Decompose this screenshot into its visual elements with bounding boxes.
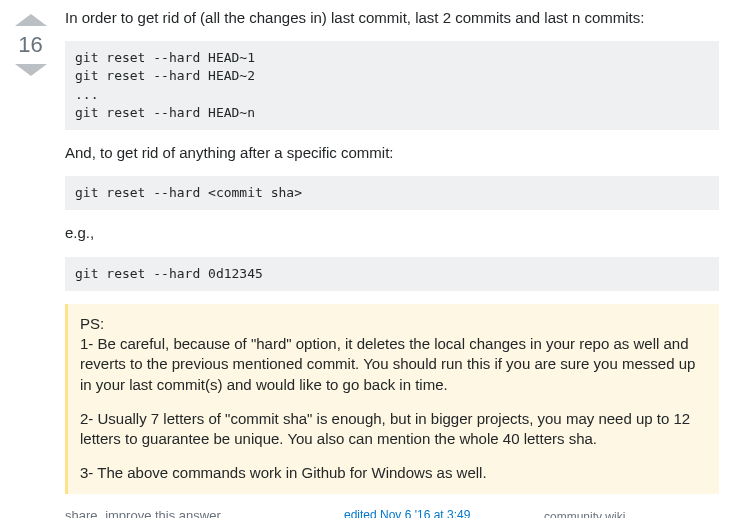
menu-left: share improve this answer <box>65 508 344 518</box>
code-block-2: git reset --hard <commit sha> <box>65 176 719 210</box>
vote-count: 16 <box>8 28 53 62</box>
code-block-3: git reset --hard 0d12345 <box>65 257 719 291</box>
note-3: 3- The above commands work in Github for… <box>80 463 707 483</box>
answer-post: 16 In order to get rid of (all the chang… <box>8 8 727 518</box>
post-text: In order to get rid of (all the changes … <box>65 8 719 494</box>
community-wiki-label: community wiki <box>544 510 625 518</box>
post-cell: In order to get rid of (all the changes … <box>53 8 727 518</box>
post-menu: share improve this answer edited Nov 6 '… <box>65 508 719 518</box>
note-1: 1- Be careful, because of "hard" option,… <box>80 335 695 393</box>
code-block-1: git reset --hard HEAD~1 git reset --hard… <box>65 41 719 130</box>
para-3: e.g., <box>65 223 719 243</box>
downvote-icon[interactable] <box>15 64 47 76</box>
share-link[interactable]: share <box>65 508 98 518</box>
note-block: PS: 1- Be careful, because of "hard" opt… <box>65 304 719 494</box>
improve-link[interactable]: improve this answer <box>105 508 221 518</box>
ps-label: PS: <box>80 315 104 332</box>
para-2: And, to get rid of anything after a spec… <box>65 143 719 163</box>
vote-cell: 16 <box>8 8 53 518</box>
note-2: 2- Usually 7 letters of "commit sha" is … <box>80 409 707 450</box>
intro-text: In order to get rid of (all the changes … <box>65 8 719 28</box>
edited-link[interactable]: edited Nov 6 '16 at 3:49 <box>344 508 544 518</box>
upvote-icon[interactable] <box>15 14 47 26</box>
user-info: community wiki 2 revs Alisa <box>544 508 719 518</box>
